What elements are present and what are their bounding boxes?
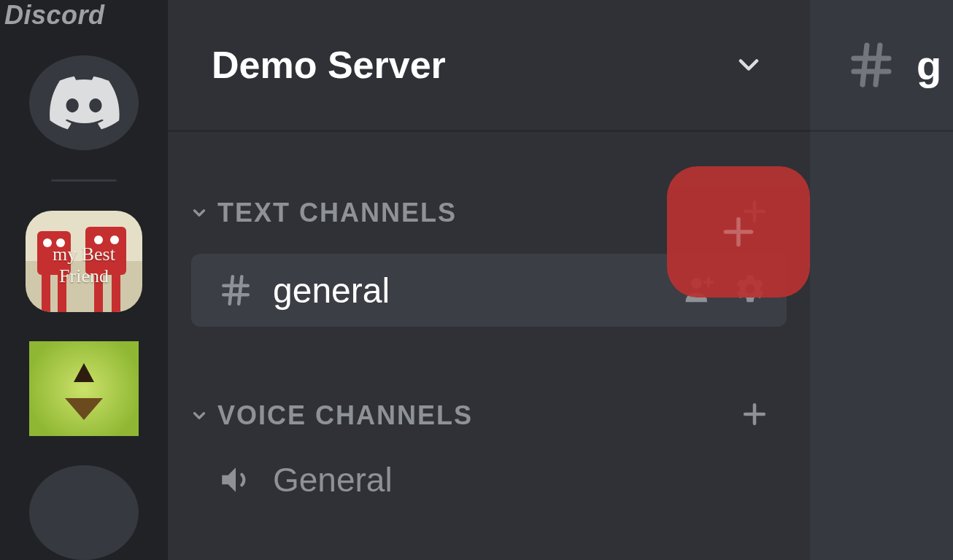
chevron-down-icon (190, 203, 209, 222)
add-voice-channel-button[interactable] (738, 398, 771, 433)
svg-line-4 (230, 276, 233, 304)
text-channel-general[interactable]: general (191, 254, 787, 327)
server-icon-1-overlay-text: my Best Friend (26, 244, 142, 287)
channel-name: General (273, 460, 766, 499)
voice-channel-general[interactable]: General (191, 443, 787, 516)
main-chat-area: g (810, 0, 953, 560)
category-label: VOICE CHANNELS (217, 400, 473, 431)
server-header-dropdown[interactable]: Demo Server (168, 0, 810, 131)
chevron-down-icon (733, 49, 765, 81)
svg-line-5 (239, 276, 242, 304)
server-icon-3[interactable] (29, 465, 139, 560)
server-home-button[interactable] (29, 55, 139, 150)
server-icon-2[interactable] (29, 341, 139, 436)
server-icon-2-art (29, 341, 139, 436)
plus-icon (738, 398, 771, 430)
chat-header-channel-name: g (917, 42, 941, 89)
add-user-icon (683, 273, 715, 305)
app-layout: my Best Friend Demo Server TEXT CH (0, 0, 953, 560)
channel-name: general (273, 271, 664, 311)
plus-icon (738, 195, 771, 228)
invite-button[interactable] (683, 273, 715, 308)
discord-logo-icon (48, 76, 120, 130)
server-rail: my Best Friend (0, 0, 168, 560)
svg-point-6 (691, 278, 702, 289)
hash-icon (217, 272, 254, 308)
category-voice-channels[interactable]: VOICE CHANNELS (168, 398, 810, 433)
chat-header: g (810, 0, 953, 131)
server-icon-1-art: my Best Friend (26, 211, 142, 312)
hash-icon (845, 39, 898, 91)
gear-icon (734, 273, 766, 305)
server-name: Demo Server (212, 43, 446, 87)
server-icon-1[interactable]: my Best Friend (26, 211, 142, 312)
channel-sidebar: Demo Server TEXT CHANNELS (168, 0, 810, 560)
channel-settings-button[interactable] (734, 273, 766, 308)
chevron-down-icon (190, 406, 209, 425)
category-text-channels[interactable]: TEXT CHANNELS (168, 195, 810, 230)
category-label: TEXT CHANNELS (217, 198, 457, 228)
speaker-icon (217, 462, 254, 498)
add-text-channel-button[interactable] (738, 195, 771, 230)
rail-separator (51, 179, 117, 182)
svg-line-15 (863, 45, 867, 85)
app-title: Discord (4, 0, 105, 31)
svg-line-16 (876, 45, 880, 85)
